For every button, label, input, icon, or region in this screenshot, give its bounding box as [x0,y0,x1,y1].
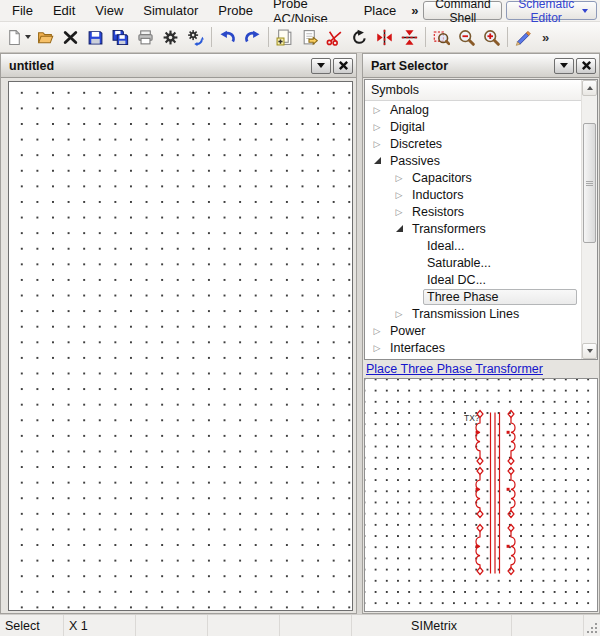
export-page-icon [301,29,318,46]
rotate-icon [351,29,368,46]
zoom-in-icon [483,29,500,46]
expanded-arrow-icon [393,225,405,232]
tree-item-power[interactable]: Power [365,322,581,339]
tree-header: Symbols [365,80,581,101]
tree-item-ideal[interactable]: Ideal... [365,237,581,254]
tree-item-discretes[interactable]: Discretes [365,135,581,152]
tree-item-inductors[interactable]: Inductors [365,186,581,203]
winding-right-3 [511,532,515,568]
cut-wire-button[interactable] [322,25,347,50]
tree-item-interfaces[interactable]: Interfaces [365,339,581,356]
panel-close-button[interactable] [576,58,596,74]
symbols-tree: Symbols Analog Digital Discretes Passive… [364,79,598,360]
editor-switch-buttons: Command Shell Schematic Editor [423,1,597,20]
print-button[interactable] [133,25,158,50]
command-shell-button[interactable]: Command Shell [423,1,502,20]
collapsed-arrow-icon [393,173,405,183]
export-button[interactable] [297,25,322,50]
tree-rows: Analog Digital Discretes Passives Capaci… [365,101,581,356]
tree-item-passives[interactable]: Passives [365,152,581,169]
expanded-arrow-icon [371,157,383,164]
scroll-down-button[interactable] [582,343,597,359]
part-selector-panel: Part Selector Symbols Analog Digital [362,53,600,614]
tree-header-label: Symbols [371,83,419,97]
save-icon [87,29,104,46]
flip-horizontal-icon [376,29,393,46]
resize-grip[interactable] [584,615,600,636]
tree-item-transmission-lines[interactable]: Transmission Lines [365,305,581,322]
zoom-in-button[interactable] [479,25,504,50]
schematic-window: untitled [0,53,357,614]
close-icon [338,60,349,71]
menu-item-simulator[interactable]: Simulator [133,3,208,18]
draw-wire-button[interactable] [511,25,536,50]
symbol-preview[interactable]: TX? [364,378,598,612]
chevron-down-icon [25,35,31,39]
menu-item-view[interactable]: View [85,3,133,18]
gear-sync-icon [187,29,204,46]
flip-vertical-button[interactable] [397,25,422,50]
tree-item-transformers[interactable]: Transformers [365,220,581,237]
collapsed-arrow-icon [371,343,383,353]
chevron-down-icon [317,63,325,68]
undo-button[interactable] [215,25,240,50]
toolbar-separator [268,27,269,47]
options-button[interactable] [158,25,183,50]
schematic-canvas[interactable] [8,81,353,611]
sync-options-button[interactable] [183,25,208,50]
statusbar: Select X 1 SIMetrix [0,614,600,636]
status-scale: X 1 [64,615,136,636]
zoom-out-button[interactable] [454,25,479,50]
toolbar-overflow-icon[interactable]: » [542,30,549,45]
open-folder-icon [37,29,54,46]
thumb-grip-icon [586,181,593,186]
schematic-editor-button[interactable]: Schematic Editor [506,1,597,20]
open-file-button[interactable] [33,25,58,50]
part-selector-titlebar[interactable]: Part Selector [363,54,599,78]
close-icon [581,60,592,71]
copy-button[interactable] [272,25,297,50]
winding-left-2 [476,475,480,511]
tree-item-digital[interactable]: Digital [365,118,581,135]
schematic-titlebar[interactable]: untitled [1,54,356,78]
toolbar-separator [425,27,426,47]
tree-item-capacitors[interactable]: Capacitors [365,169,581,186]
menu-item-place[interactable]: Place [354,3,407,18]
close-schematic-button[interactable] [58,25,83,50]
collapsed-arrow-icon [371,139,383,149]
window-menu-button[interactable] [311,58,331,74]
rotate-button[interactable] [347,25,372,50]
copy-page-icon [276,29,293,46]
save-button[interactable] [83,25,108,50]
menu-item-file[interactable]: File [2,3,43,18]
chevron-up-icon [587,86,593,90]
gear-icon [162,29,179,46]
part-selector-body: Symbols Analog Digital Discretes Passive… [363,78,599,613]
winding-right-1 [511,418,515,458]
redo-button[interactable] [240,25,265,50]
chevron-down-icon [587,349,593,353]
scroll-up-button[interactable] [582,80,597,96]
tree-item-resistors[interactable]: Resistors [365,203,581,220]
window-close-button[interactable] [333,58,353,74]
collapsed-arrow-icon [371,122,383,132]
flip-horizontal-button[interactable] [372,25,397,50]
tree-item-saturable[interactable]: Saturable... [365,254,581,271]
menu-item-edit[interactable]: Edit [43,3,85,18]
menu-overflow-icon[interactable]: » [406,3,423,18]
save-all-button[interactable] [108,25,133,50]
tree-item-ideal-dc[interactable]: Ideal DC... [365,271,581,288]
chevron-down-icon [560,63,568,68]
tree-item-three-phase[interactable]: Three Phase [365,288,581,305]
zoom-area-button[interactable] [429,25,454,50]
winding-right-2 [511,475,515,511]
tree-scrollbar[interactable] [581,80,597,359]
place-part-link[interactable]: Place Three Phase Transformer [366,362,543,376]
menu-item-probe[interactable]: Probe [208,3,263,18]
place-link-row: Place Three Phase Transformer [364,360,598,378]
panel-menu-button[interactable] [554,58,574,74]
transformer-core-lines [491,413,500,574]
new-document-dropdown[interactable] [23,25,33,50]
tree-item-analog[interactable]: Analog [365,101,581,118]
scrollbar-thumb[interactable] [583,123,596,243]
